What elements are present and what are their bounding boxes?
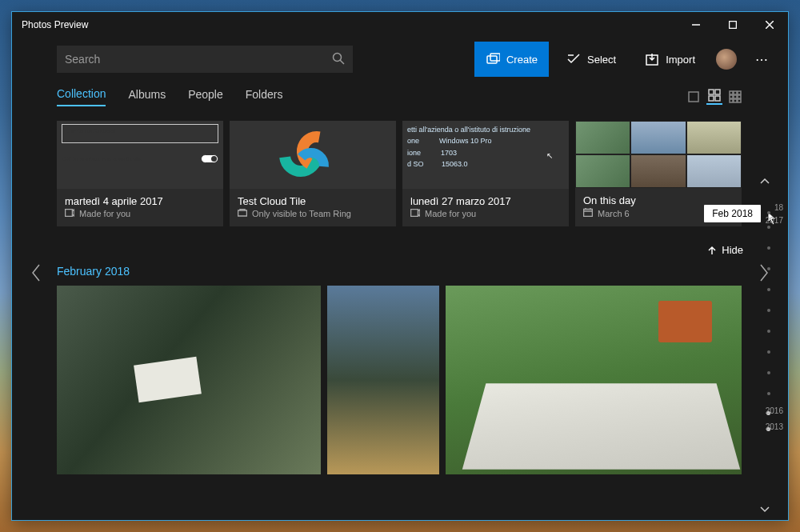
create-icon: [486, 52, 500, 66]
photo-grid: [57, 286, 743, 474]
svg-rect-25: [66, 210, 73, 217]
cloud-icon: [238, 209, 247, 218]
svg-rect-13: [715, 90, 720, 94]
card-title: Test Cloud Tile: [238, 195, 388, 207]
import-icon: [645, 52, 659, 66]
more-button[interactable]: ⋯: [746, 52, 778, 67]
svg-rect-14: [709, 96, 714, 101]
search-input[interactable]: [65, 53, 332, 66]
svg-rect-15: [715, 96, 720, 101]
svg-rect-23: [734, 99, 737, 102]
import-button[interactable]: Import: [634, 42, 706, 77]
carousel-prev[interactable]: [28, 257, 44, 289]
create-button[interactable]: Create: [474, 42, 549, 77]
card-thumbnail: [230, 121, 396, 189]
view-grid-icon[interactable]: [706, 89, 722, 105]
svg-rect-29: [238, 210, 247, 216]
svg-rect-20: [734, 95, 737, 98]
svg-rect-24: [738, 99, 741, 102]
svg-rect-31: [584, 210, 593, 217]
select-button[interactable]: Select: [555, 42, 627, 77]
card-thumbnail: [575, 121, 742, 188]
svg-rect-18: [738, 91, 741, 94]
svg-rect-1: [730, 22, 737, 29]
chevron-up-icon[interactable]: [746, 176, 783, 187]
highlight-card[interactable]: etti all'azienda o all'istituto di istru…: [402, 121, 569, 226]
svg-rect-22: [730, 99, 733, 102]
maximize-button[interactable]: [714, 12, 751, 38]
svg-line-5: [340, 60, 344, 64]
card-title: martedì 4 aprile 2017: [65, 195, 215, 207]
select-icon: [566, 52, 581, 66]
video-icon: [410, 209, 420, 218]
card-thumbnail: Lumia da Andrea! OK to contact me about …: [57, 121, 223, 189]
titlebar: Photos Preview: [12, 12, 788, 38]
photo-thumbnail[interactable]: [446, 286, 742, 474]
svg-rect-12: [709, 90, 714, 94]
chevron-down-icon[interactable]: [746, 504, 783, 515]
minimize-button[interactable]: [678, 12, 714, 38]
highlight-card[interactable]: Lumia da Andrea! OK to contact me about …: [57, 121, 223, 226]
video-icon: [65, 209, 74, 218]
tab-collection[interactable]: Collection: [57, 87, 106, 106]
timeline-tooltip: Feb 2018: [704, 205, 761, 222]
search-icon: [332, 52, 345, 67]
view-small-grid-icon[interactable]: [727, 89, 743, 105]
photo-thumbnail[interactable]: [57, 286, 321, 474]
highlights-carousel: Lumia da Andrea! OK to contact me about …: [57, 121, 743, 226]
highlight-card[interactable]: Test Cloud Tile Only visible to Team Rin…: [230, 121, 396, 226]
toolbar: Create Select Import ⋯: [12, 38, 788, 81]
svg-rect-17: [734, 91, 737, 94]
tab-people[interactable]: People: [188, 88, 223, 106]
content-area: Lumia da Andrea! OK to contact me about …: [12, 113, 788, 520]
tab-albums[interactable]: Albums: [128, 88, 166, 106]
svg-rect-11: [689, 92, 698, 102]
card-thumbnail: etti all'azienda o all'istituto di istru…: [402, 121, 569, 189]
cursor-icon: ↖: [546, 150, 553, 162]
card-title: lunedì 27 marzo 2017: [410, 195, 561, 207]
calendar-icon: [583, 208, 593, 218]
svg-rect-6: [487, 56, 497, 63]
section-heading[interactable]: February 2018: [57, 265, 743, 278]
app-window: Photos Preview Create Se: [11, 11, 789, 521]
svg-rect-19: [730, 95, 733, 98]
tab-folders[interactable]: Folders: [246, 88, 283, 106]
view-single-icon[interactable]: [686, 89, 702, 105]
photo-thumbnail[interactable]: [327, 286, 439, 474]
search-box[interactable]: [57, 46, 353, 73]
hide-button[interactable]: Hide: [707, 244, 743, 256]
toggle-icon: [201, 154, 218, 163]
svg-rect-21: [738, 95, 741, 98]
close-button[interactable]: [751, 12, 788, 38]
window-title: Photos Preview: [12, 19, 678, 30]
timeline-scrubber[interactable]: Feb 2018 18 2017 2016 2013: [746, 176, 783, 512]
svg-rect-7: [490, 54, 500, 61]
nav-tabs: Collection Albums People Folders: [12, 81, 788, 113]
avatar[interactable]: [716, 49, 737, 70]
svg-rect-16: [730, 91, 733, 94]
svg-rect-30: [411, 210, 418, 217]
